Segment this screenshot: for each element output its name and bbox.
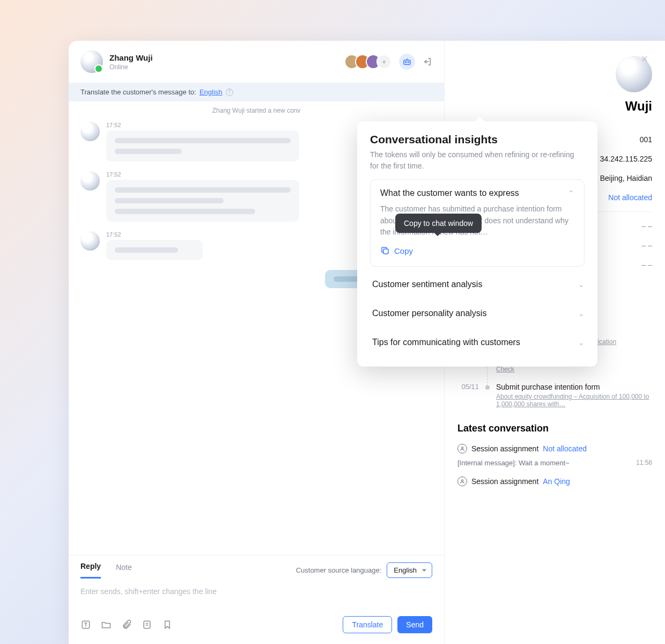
chat-column: Zhang Wuji Online + Translate the c bbox=[69, 41, 444, 644]
translate-button[interactable]: Translate bbox=[343, 616, 392, 633]
insight-section-expanded: What the customer wants to express ⌃ The… bbox=[370, 179, 585, 267]
session-value[interactable]: Not allocated bbox=[543, 444, 587, 453]
message-bubble bbox=[106, 180, 299, 222]
svg-rect-0 bbox=[404, 60, 410, 64]
session-label: Session assignment bbox=[471, 444, 538, 453]
person-icon bbox=[457, 477, 467, 486]
internal-message: [Internal message]: Wait a moment~ 11:58 bbox=[457, 458, 652, 472]
customer-location: a, Beijing, Haidian bbox=[592, 174, 652, 182]
send-button[interactable]: Send bbox=[397, 616, 432, 633]
message-avatar[interactable] bbox=[80, 171, 100, 191]
copy-icon bbox=[380, 246, 390, 255]
tab-note[interactable]: Note bbox=[116, 563, 132, 578]
trajectory-detail: About equity crowdfunding – Acquisition … bbox=[496, 393, 652, 408]
translate-language-link[interactable]: English bbox=[200, 88, 223, 96]
attachment-icon[interactable] bbox=[121, 619, 132, 630]
tab-reply[interactable]: Reply bbox=[80, 562, 101, 579]
latest-conversation-title: Latest conversation bbox=[457, 423, 652, 434]
info-icon[interactable]: ? bbox=[226, 89, 233, 96]
contact-avatar[interactable] bbox=[80, 50, 103, 73]
svg-rect-6 bbox=[144, 621, 150, 628]
svg-rect-9 bbox=[383, 249, 388, 254]
bot-icon[interactable] bbox=[399, 54, 415, 70]
note-icon[interactable] bbox=[142, 619, 152, 630]
message-avatar[interactable] bbox=[80, 122, 100, 141]
chevron-down-icon: ⌄ bbox=[578, 280, 585, 289]
message-avatar[interactable] bbox=[80, 231, 100, 251]
customer-id: 001 bbox=[640, 135, 652, 144]
allocation-status[interactable]: Not allocated bbox=[608, 193, 652, 202]
insight-section-collapsed[interactable]: Customer personality analysis ⌄ bbox=[370, 299, 585, 328]
participants-stack[interactable]: + bbox=[344, 54, 391, 69]
text-format-icon[interactable] bbox=[80, 619, 91, 630]
trajectory-detail: Check bbox=[496, 365, 555, 373]
app-window: Zhang Wuji Online + Translate the c bbox=[69, 41, 665, 644]
trajectory-time: 05/11 bbox=[457, 383, 479, 408]
customer-ip: 34.242.115.225 bbox=[600, 155, 652, 163]
chat-header: Zhang Wuji Online + bbox=[69, 41, 444, 83]
insight-section-title: What the customer wants to express bbox=[380, 188, 519, 198]
compose-area: Reply Note Customer source language: Eng… bbox=[69, 555, 444, 644]
insights-subtitle: The tokens will only be consumed when re… bbox=[370, 149, 585, 172]
folder-icon[interactable] bbox=[101, 619, 112, 630]
contact-name: Zhang Wuji bbox=[109, 53, 153, 62]
copy-button[interactable]: Copy to chat window Copy bbox=[380, 246, 413, 255]
message-time: 17:52 bbox=[106, 122, 299, 128]
system-message: Zhang Wuji started a new conv bbox=[69, 101, 444, 120]
insight-section-title: Customer sentiment analysis bbox=[372, 280, 482, 289]
svg-point-2 bbox=[408, 62, 409, 63]
add-participant-button[interactable]: + bbox=[376, 54, 391, 69]
contact-status: Online bbox=[109, 63, 153, 71]
insight-section-title: Tips for communicating with customers bbox=[372, 338, 520, 347]
message-bubble bbox=[106, 130, 299, 162]
session-label: Session assignment bbox=[471, 477, 538, 486]
close-icon[interactable]: × bbox=[639, 54, 650, 64]
message-time: 17:52 bbox=[106, 171, 299, 178]
insight-section-title: Customer personality analysis bbox=[372, 309, 486, 318]
insight-section-collapsed[interactable]: Customer sentiment analysis ⌄ bbox=[370, 270, 585, 299]
session-value[interactable]: An Qing bbox=[543, 477, 570, 486]
person-icon bbox=[457, 444, 467, 453]
svg-point-11 bbox=[461, 480, 463, 481]
insight-section-header[interactable]: What the customer wants to express ⌃ bbox=[380, 188, 574, 198]
svg-point-1 bbox=[405, 62, 407, 63]
insight-section-collapsed[interactable]: Tips for communicating with customers ⌄ bbox=[370, 328, 585, 357]
translate-label: Translate the customer's message to: bbox=[80, 88, 196, 96]
message-bubble bbox=[106, 240, 203, 260]
message-time: 17:52 bbox=[106, 231, 203, 238]
trajectory-dot bbox=[485, 385, 490, 390]
insights-popover: Conversational insights The tokens will … bbox=[357, 121, 597, 367]
trajectory-item[interactable]: 05/11Submit purchase intention formAbout… bbox=[457, 380, 652, 415]
exit-icon[interactable] bbox=[423, 57, 432, 67]
copy-tooltip: Copy to chat window bbox=[395, 214, 482, 233]
chevron-down-icon: ⌄ bbox=[578, 338, 585, 347]
source-language-select[interactable]: English bbox=[387, 562, 432, 578]
chevron-up-icon: ⌃ bbox=[568, 189, 574, 197]
trajectory-label: Submit purchase intention form bbox=[496, 383, 652, 391]
chevron-down-icon: ⌄ bbox=[578, 309, 585, 318]
customer-name: Wuji bbox=[457, 99, 652, 114]
session-row: Session assignment Not allocated bbox=[457, 440, 652, 458]
svg-point-10 bbox=[461, 447, 463, 449]
copy-label: Copy bbox=[394, 246, 413, 255]
insights-title: Conversational insights bbox=[370, 133, 585, 146]
session-row: Session assignment An Qing bbox=[457, 472, 652, 491]
source-language-label: Customer source language: bbox=[296, 566, 382, 574]
bookmark-icon[interactable] bbox=[162, 619, 173, 630]
translate-bar: Translate the customer's message to: Eng… bbox=[69, 83, 444, 101]
compose-input[interactable]: Enter sends, shift+enter changes the lin… bbox=[69, 579, 444, 611]
